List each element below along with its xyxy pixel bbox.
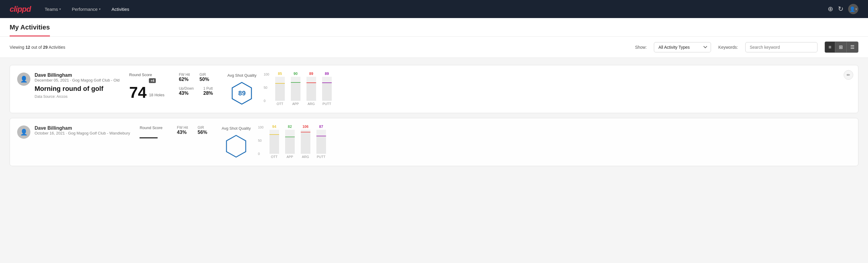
card-user-section: 👤 Dave Billingham December 05, 2021 · Go… (17, 72, 120, 99)
bar-marker (307, 83, 316, 83)
bar-value: 82 (288, 124, 292, 129)
logo: clippd (10, 4, 31, 14)
bar-fill (285, 137, 295, 154)
bar-marker (270, 134, 279, 135)
list-compact-view-button[interactable]: ≡ (825, 42, 835, 52)
person-icon: 👤 (20, 76, 28, 83)
nav-items: Teams ▾ Performance ▾ Activities (40, 4, 818, 14)
nav-activities[interactable]: Activities (107, 4, 133, 14)
bar-fill (301, 133, 310, 154)
refresh-button[interactable]: ↻ (838, 5, 843, 13)
nav-actions: ⊕ ↻ 👤 ▾ (828, 4, 858, 14)
user-avatar-icon: 👤 (17, 125, 30, 139)
activity-card: 👤 Dave Billingham October 16, 2021 · Gog… (10, 118, 858, 166)
bar-col-ott: 85OTT (272, 71, 288, 106)
bar-col-arg: 106ARG (298, 124, 313, 158)
fw-hit-label: FW Hit (177, 125, 188, 130)
bar-label: APP (292, 102, 299, 106)
bar-wrapper (270, 130, 279, 154)
bar-value: 106 (303, 124, 309, 129)
activities-list: ✏ 👤 Dave Billingham December 05, 2021 · … (0, 58, 868, 173)
data-source: Data Source: Arccos (35, 94, 120, 99)
avatar-chevron-icon: ▾ (856, 7, 857, 11)
list-compact-icon: ≡ (829, 45, 831, 50)
round-score-section: Round Score (140, 125, 162, 139)
fw-hit-label: FW Hit (179, 72, 190, 77)
fw-hit-value: 62% (179, 77, 190, 82)
bar-marker (322, 83, 332, 83)
activity-date: October 16, 2021 · Gog Magog Golf Club -… (35, 131, 130, 136)
mini-stats: FW Hit 43% GIR 56% (177, 125, 207, 135)
up-down-label: Up/Down (179, 86, 194, 91)
bar-col-app: 82APP (282, 124, 298, 158)
one-putt-value: 28% (203, 91, 213, 96)
bar-fill (307, 83, 316, 101)
mini-stat-row-2: Up/Down 43% 1 Putt 28% (179, 86, 213, 96)
avg-quality-section: Avg Shot Quality 100 50 (222, 125, 329, 158)
edit-button[interactable]: ✏ (844, 70, 853, 80)
nav-performance[interactable]: Performance ▾ (68, 4, 105, 14)
gir-stat: GIR 50% (199, 72, 209, 82)
bar-fill (275, 84, 285, 101)
viewing-text: Viewing 12 out of 29 Activities (10, 45, 628, 50)
avg-quality-label: Avg Shot Quality (222, 126, 251, 130)
bar-fill (322, 83, 332, 101)
bar-wrapper (301, 130, 310, 154)
bar-chart: 100 50 0 85OTT90APP89ARG89PUTT (264, 72, 335, 106)
user-name: Dave Billingham (35, 72, 120, 78)
svg-marker-1 (226, 136, 246, 157)
bar-col-ott: 94OTT (267, 124, 282, 158)
gir-value: 50% (199, 77, 209, 82)
view-toggle: ≡ ⊞ ☰ (825, 41, 858, 53)
bar-chart: 100 50 0 94OTT82APP106ARG87PUTT (258, 125, 329, 158)
navbar: clippd Teams ▾ Performance ▾ Activities … (0, 0, 868, 18)
gir-label: GIR (197, 125, 207, 130)
list-full-view-button[interactable]: ☰ (847, 42, 858, 52)
add-button[interactable]: ⊕ (828, 5, 833, 13)
performance-chevron-icon: ▾ (99, 7, 101, 11)
bar-wrapper (275, 77, 285, 101)
y-axis: 100 50 0 (258, 125, 264, 155)
gir-value: 56% (197, 130, 207, 135)
bar-wrapper (291, 77, 301, 101)
bar-marker (301, 132, 310, 133)
hexagon-shape (224, 134, 248, 158)
card-user-section: 👤 Dave Billingham October 16, 2021 · Gog… (17, 125, 130, 139)
fw-hit-stat: FW Hit 43% (177, 125, 188, 135)
bar-col-putt: 89PUTT (319, 71, 335, 106)
search-input[interactable] (745, 42, 817, 52)
show-label: Show: (635, 45, 647, 50)
grid-view-button[interactable]: ⊞ (835, 42, 847, 52)
y-axis: 100 50 0 (264, 72, 269, 103)
nav-teams[interactable]: Teams ▾ (40, 4, 65, 14)
score-value: 74 +4 18 Holes (129, 78, 164, 100)
bar-value: 94 (272, 124, 276, 129)
user-info: Dave Billingham October 16, 2021 · Gog M… (35, 125, 130, 138)
bar-marker (275, 83, 285, 84)
bar-col-arg: 89ARG (304, 71, 319, 106)
round-score-label: Round Score (129, 72, 164, 77)
score-badge: +4 (149, 78, 156, 83)
round-score-label: Round Score (140, 125, 162, 130)
card-stats: Round Score FW Hit 43% GIR 56% A (140, 125, 851, 158)
round-score-section: Round Score 74 +4 18 Holes (129, 72, 164, 100)
bar-label: OTT (277, 102, 283, 106)
bar-fill (291, 83, 301, 101)
hexagon-svg (224, 134, 248, 158)
user-avatar-icon: 👤 (17, 72, 30, 86)
keywords-label: Keywords: (718, 45, 738, 50)
bar-label: PUTT (322, 102, 331, 106)
bar-wrapper (316, 130, 326, 154)
fw-hit-value: 43% (177, 130, 188, 135)
bar-wrapper (322, 77, 332, 101)
card-stats: Round Score 74 +4 18 Holes FW Hit 62% (129, 72, 851, 106)
person-icon: 👤 (20, 128, 28, 136)
activity-type-select[interactable]: All Activity Types (654, 42, 711, 52)
score-placeholder (140, 137, 158, 139)
avatar-icon: 👤 (849, 6, 856, 12)
activity-date: December 05, 2021 · Gog Magog Golf Club … (35, 78, 120, 83)
user-avatar[interactable]: 👤 ▾ (848, 4, 858, 14)
list-full-icon: ☰ (850, 44, 855, 50)
bar-col-app: 90APP (288, 71, 304, 106)
avg-quality-label: Avg Shot Quality (227, 73, 256, 78)
